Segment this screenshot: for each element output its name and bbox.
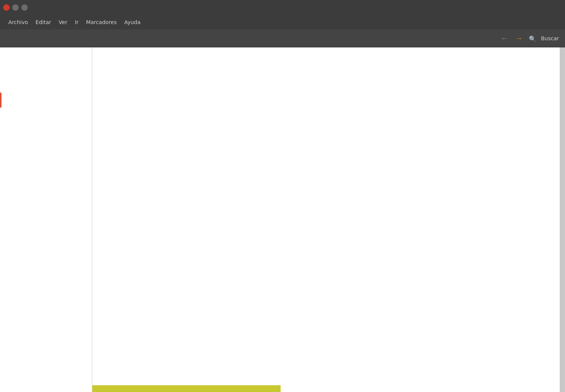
scrollbar-track[interactable] (560, 47, 565, 392)
maximize-button[interactable]: □ (21, 4, 28, 11)
sidebar-accent (0, 93, 2, 108)
forward-arrow-icon (515, 33, 523, 43)
back-arrow-icon (500, 33, 508, 43)
minimize-button[interactable]: − (12, 4, 19, 11)
menubar: Archivo Editar Ver Ir Marcadores Ayuda (0, 15, 565, 29)
window-controls: × − □ (3, 4, 28, 11)
menu-marcadores[interactable]: Marcadores (82, 18, 121, 27)
back-button[interactable] (499, 32, 510, 45)
maximize-icon: □ (23, 6, 26, 10)
search-button[interactable] (527, 32, 538, 45)
menu-archivo[interactable]: Archivo (5, 18, 32, 27)
menu-editar[interactable]: Editar (32, 18, 55, 27)
search-label[interactable]: Buscar (541, 35, 559, 41)
sidebar (0, 47, 92, 392)
content-area (92, 47, 560, 392)
main-container (0, 47, 565, 392)
menu-ver[interactable]: Ver (55, 18, 71, 27)
progress-bar (92, 385, 281, 392)
titlebar: × − □ (0, 0, 565, 15)
search-icon (529, 33, 536, 43)
menu-ayuda[interactable]: Ayuda (121, 18, 144, 27)
close-icon: × (5, 6, 8, 10)
minimize-icon: − (14, 6, 17, 10)
menu-ir[interactable]: Ir (71, 18, 82, 27)
forward-button[interactable] (513, 32, 524, 45)
close-button[interactable]: × (3, 4, 10, 11)
toolbar: Buscar (0, 29, 565, 47)
